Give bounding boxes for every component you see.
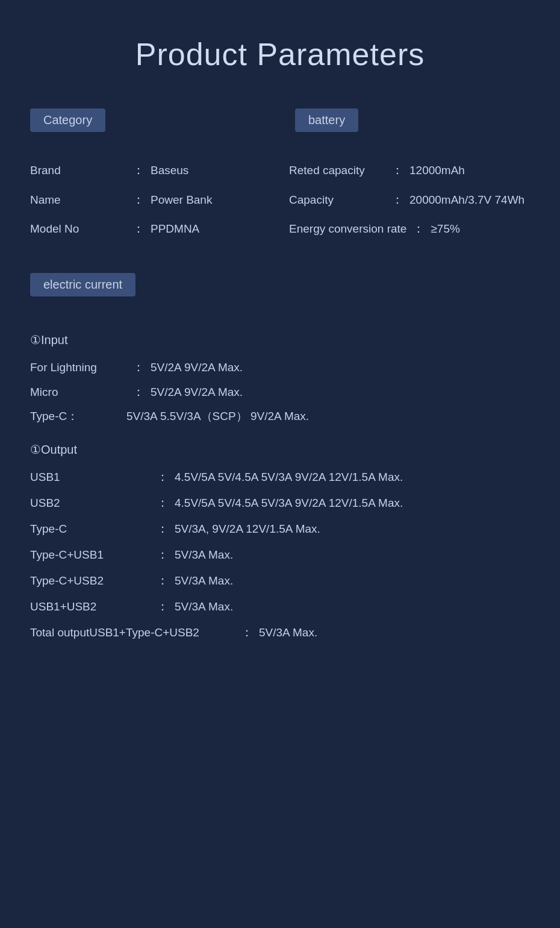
param-row-model: Model No ： PPDMNA [30,219,271,238]
input-row-lightning: For Lightning ： 5V/2A 9V/2A Max. [30,359,530,375]
input-sep-micro: ： [132,384,145,400]
electric-section: electric current [30,273,530,313]
output-label-usb2: USB2 [30,497,151,510]
input-value-micro: 5V/2A 9V/2A Max. [151,386,530,399]
param-value-name: Power Bank [151,192,212,209]
electric-badge: electric current [30,273,135,296]
output-label-usb1: USB1 [30,471,151,484]
output-row-usb1-usb2: USB1+USB2 ： 5V/3A Max. [30,598,530,615]
output-row-typec-usb2: Type-C+USB2 ： 5V/3A Max. [30,572,530,589]
param-label-energy: Energy conversion rate [289,221,406,238]
input-title: ①Input [30,333,530,347]
param-sep-capacity: ： [391,190,403,208]
param-sep-name: ： [132,190,145,208]
output-label-typec: Type-C [30,522,151,536]
input-label-micro: Micro [30,386,126,399]
input-label-typec: Type-C： [30,409,126,424]
battery-badge: battery [295,108,358,132]
param-value-model: PPDMNA [151,221,199,238]
input-sep-lightning: ： [132,359,145,375]
output-value-typec: 5V/3A, 9V/2A 12V/1.5A Max. [175,522,530,536]
param-value-energy: ≥75% [431,221,459,238]
output-label-typec-usb1: Type-C+USB1 [30,548,151,562]
param-label-name: Name [30,192,126,209]
output-section: ①Output USB1 ： 4.5V/5A 5V/4.5A 5V/3A 9V/… [30,442,530,641]
output-row-usb1: USB1 ： 4.5V/5A 5V/4.5A 5V/3A 9V/2A 12V/1… [30,469,530,485]
output-row-typec: Type-C ： 5V/3A, 9V/2A 12V/1.5A Max. [30,521,530,537]
output-sep-total: ： [241,624,253,641]
output-params: USB1 ： 4.5V/5A 5V/4.5A 5V/3A 9V/2A 12V/1… [30,469,530,641]
param-sep-rated: ： [391,161,403,179]
param-label-brand: Brand [30,162,126,180]
category-badge: Category [30,108,105,132]
left-params-col: Brand ： Baseus Name ： Power Bank Model N… [30,161,271,249]
output-label-usb1-usb2: USB1+USB2 [30,600,151,613]
param-label-model: Model No [30,221,126,238]
param-label-capacity: Capacity [289,192,385,209]
output-row-typec-usb1: Type-C+USB1 ： 5V/3A Max. [30,547,530,563]
param-row-capacity: Capacity ： 20000mAh/3.7V 74Wh [289,190,530,209]
output-value-usb1-usb2: 5V/3A Max. [175,600,530,613]
param-row-rated: Reted capacity ： 12000mAh [289,161,530,180]
param-sep-model: ： [132,219,145,237]
output-title: ①Output [30,442,530,457]
output-sep-typec-usb2: ： [157,572,169,589]
param-row-name: Name ： Power Bank [30,190,271,209]
output-row-total: Total outputUSB1+Type-C+USB2 ： 5V/3A Max… [30,624,530,641]
param-row-energy: Energy conversion rate ： ≥75% [289,219,530,238]
input-value-lightning: 5V/2A 9V/2A Max. [151,361,530,374]
input-value-typec: 5V/3A 5.5V/3A（SCP） 9V/2A Max. [126,409,530,424]
output-value-typec-usb2: 5V/3A Max. [175,574,530,588]
input-label-lightning: For Lightning [30,361,126,374]
output-label-typec-usb2: Type-C+USB2 [30,574,151,588]
param-label-rated: Reted capacity [289,162,385,180]
output-sep-typec-usb1: ： [157,547,169,563]
input-row-micro: Micro ： 5V/2A 9V/2A Max. [30,384,530,400]
output-row-usb2: USB2 ： 4.5V/5A 5V/4.5A 5V/3A 9V/2A 12V/1… [30,495,530,511]
right-params-col: Reted capacity ： 12000mAh Capacity ： 200… [289,161,530,249]
output-sep-usb1: ： [157,469,169,485]
page-title: Product Parameters [30,36,530,72]
output-value-usb1: 4.5V/5A 5V/4.5A 5V/3A 9V/2A 12V/1.5A Max… [175,471,530,484]
input-row-typec: Type-C： 5V/3A 5.5V/3A（SCP） 9V/2A Max. [30,409,530,424]
output-value-typec-usb1: 5V/3A Max. [175,548,530,562]
input-params: For Lightning ： 5V/2A 9V/2A Max. Micro ：… [30,359,530,424]
output-value-total: 5V/3A Max. [259,626,530,639]
output-value-usb2: 4.5V/5A 5V/4.5A 5V/3A 9V/2A 12V/1.5A Max… [175,497,530,510]
output-sep-typec: ： [157,521,169,537]
param-value-capacity: 20000mAh/3.7V 74Wh [409,192,524,209]
param-sep-energy: ： [412,219,425,237]
output-label-total: Total outputUSB1+Type-C+USB2 [30,626,235,639]
param-row-brand: Brand ： Baseus [30,161,271,180]
param-value-rated: 12000mAh [409,162,465,180]
output-sep-usb1-usb2: ： [157,598,169,615]
param-sep-brand: ： [132,161,145,179]
param-value-brand: Baseus [151,162,188,180]
output-sep-usb2: ： [157,495,169,511]
